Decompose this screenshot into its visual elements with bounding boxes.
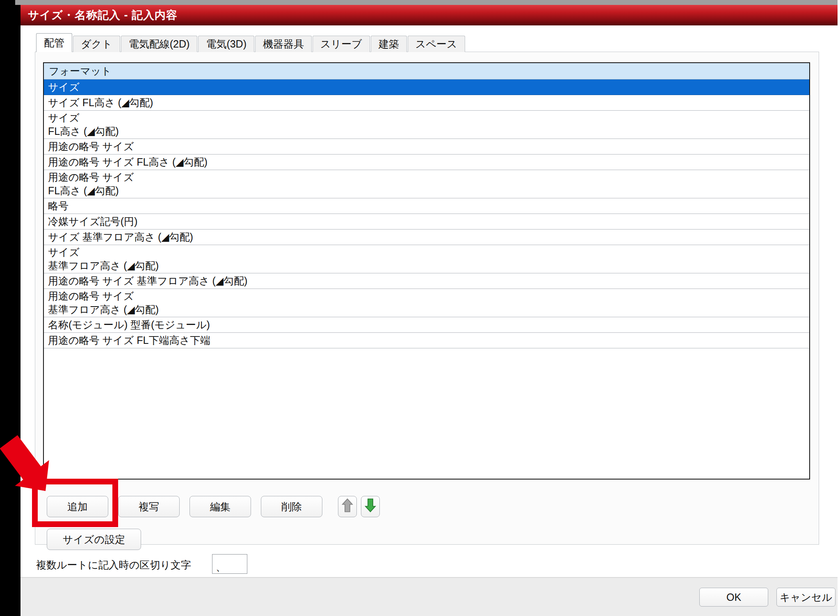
size-name-entry-dialog: サイズ・名称記入 - 記入内容 配管ダクト電気配線(2D)電気(3D)機器器具ス… (21, 5, 838, 616)
table-row[interactable]: 用途の略号 サイズ (44, 139, 809, 155)
table-row[interactable]: サイズ FL高さ (◢勾配) (44, 95, 809, 111)
format-table-header: フォーマット (44, 63, 809, 80)
tab-3[interactable]: 電気配線(2D) (121, 36, 198, 52)
separator-char-input[interactable] (212, 554, 247, 574)
table-row[interactable]: サイズ (44, 80, 809, 95)
move-down-button[interactable] (361, 496, 380, 517)
tab-6[interactable]: スリーブ (313, 36, 370, 52)
background-right-strip (838, 0, 840, 616)
copy-button[interactable]: 複写 (118, 496, 180, 517)
table-row[interactable]: 用途の略号 サイズ 基準フロア高さ (◢勾配) (44, 289, 809, 317)
format-table: フォーマット サイズサイズ FL高さ (◢勾配)サイズ FL高さ (◢勾配)用途… (43, 62, 810, 480)
table-row[interactable]: 用途の略号 サイズ FL下端高さ下端 (44, 333, 809, 348)
tab-5[interactable]: 機器器具 (255, 36, 312, 52)
tab-8[interactable]: スペース (408, 36, 465, 52)
dialog-title: サイズ・名称記入 - 記入内容 (28, 9, 178, 21)
ok-button[interactable]: OK (699, 588, 768, 607)
tab-7[interactable]: 建築 (371, 36, 407, 52)
background-top-strip (15, 0, 840, 5)
table-row[interactable]: サイズ 基準フロア高さ (◢勾配) (44, 230, 809, 245)
down-arrow-icon (364, 498, 377, 515)
format-table-body: サイズサイズ FL高さ (◢勾配)サイズ FL高さ (◢勾配)用途の略号 サイズ… (44, 80, 809, 348)
tab-1[interactable]: 配管 (36, 33, 72, 52)
table-row[interactable]: 略号 (44, 198, 809, 214)
delete-button[interactable]: 削除 (261, 496, 322, 517)
tab-bar: 配管ダクト電気配線(2D)電気(3D)機器器具スリーブ建築スペース (36, 33, 466, 52)
tab-4[interactable]: 電気(3D) (198, 36, 254, 52)
dialog-titlebar: サイズ・名称記入 - 記入内容 (21, 5, 838, 25)
table-row[interactable]: 冷媒サイズ記号(円) (44, 214, 809, 230)
cancel-button[interactable]: キャンセル (776, 588, 835, 607)
tab-2[interactable]: ダクト (73, 36, 120, 52)
table-row[interactable]: 名称(モジュール) 型番(モジュール) (44, 317, 809, 333)
move-up-button[interactable] (338, 496, 357, 517)
table-row[interactable]: サイズ FL高さ (◢勾配) (44, 111, 809, 139)
annotation-arrow (0, 434, 52, 495)
dialog-footer: OK キャンセル (21, 577, 838, 616)
screenshot-stage: サイズ・名称記入 - 記入内容 配管ダクト電気配線(2D)電気(3D)機器器具ス… (0, 0, 840, 616)
table-row[interactable]: サイズ 基準フロア高さ (◢勾配) (44, 245, 809, 273)
edit-button[interactable]: 編集 (189, 496, 251, 517)
up-arrow-icon (341, 498, 354, 515)
table-row[interactable]: 用途の略号 サイズ FL高さ (◢勾配) (44, 155, 809, 170)
table-row[interactable]: 用途の略号 サイズ FL高さ (◢勾配) (44, 170, 809, 198)
table-row[interactable]: 用途の略号 サイズ 基準フロア高さ (◢勾配) (44, 273, 809, 289)
size-settings-button[interactable]: サイズの設定 (47, 529, 141, 550)
separator-char-label: 複数ルートに記入時の区切り文字 (36, 555, 191, 575)
